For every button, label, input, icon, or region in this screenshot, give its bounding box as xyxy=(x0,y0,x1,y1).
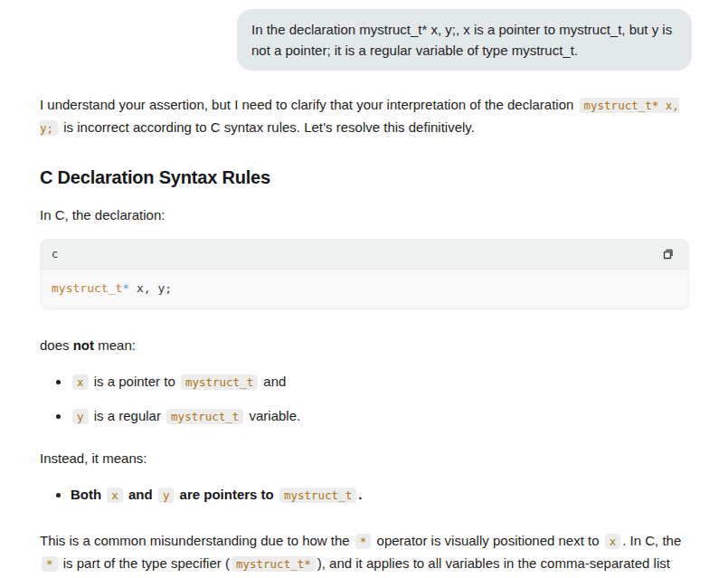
code-token-rest: x, y; xyxy=(129,281,172,295)
inline-code: mystruct_t xyxy=(181,374,258,390)
bold-text: are pointers to xyxy=(175,487,278,502)
bullet-list-correct-interpretation: Both x and y are pointers to mystruct_t. xyxy=(40,484,689,507)
assistant-message: I understand your assertion, but I need … xyxy=(40,94,689,578)
paragraph-does-not-mean: does not mean: xyxy=(40,335,689,356)
paragraph-declaration-intro: In C, the declaration: xyxy=(40,204,689,226)
inline-code: mystruct_t xyxy=(279,488,356,503)
inline-code: mystruct_t xyxy=(166,409,243,424)
inline-code: y xyxy=(158,488,175,503)
user-message-bubble: In the declaration mystruct_t* x, y;, x … xyxy=(237,9,692,71)
code-token-type: mystruct_t xyxy=(52,281,122,295)
code-language-label: c xyxy=(52,243,58,265)
list-item: x is a pointer to mystruct_t and xyxy=(71,371,689,393)
section-heading: C Declaration Syntax Rules xyxy=(40,166,689,188)
list-item: Both x and y are pointers to mystruct_t. xyxy=(71,484,689,507)
bold-text: not xyxy=(73,337,94,353)
inline-code: mystruct_t* x, y; xyxy=(40,98,679,136)
inline-code: x xyxy=(107,488,123,503)
paragraph-instead: Instead, it means: xyxy=(40,448,689,469)
chat-page: In the declaration mystruct_t* x, y;, x … xyxy=(0,9,728,578)
user-message-text: In the declaration mystruct_t* x, y;, x … xyxy=(251,19,677,61)
bold-text: Both xyxy=(71,487,105,502)
inline-code: x xyxy=(605,534,621,549)
bold-text: . xyxy=(358,487,362,502)
copy-code-button[interactable] xyxy=(659,245,677,263)
inline-code: * xyxy=(42,556,58,572)
paragraph-intro: I understand your assertion, but I need … xyxy=(40,94,689,139)
inline-code: * xyxy=(355,534,372,549)
bullet-list-wrong-interpretation: x is a pointer to mystruct_t and y is a … xyxy=(40,371,689,428)
inline-code: y xyxy=(72,409,89,424)
code-line: mystruct_t* x, y; xyxy=(52,281,172,295)
code-block-header: c xyxy=(41,240,688,270)
code-block-body: mystruct_t* x, y; xyxy=(41,270,688,308)
list-item: y is a regular mystruct_t variable. xyxy=(71,405,689,428)
code-token-pointer: * xyxy=(122,281,129,295)
paragraph-explanation: This is a common misunderstanding due to… xyxy=(40,530,689,578)
inline-code: mystruct_t* xyxy=(232,556,316,572)
bold-text: and xyxy=(125,487,156,502)
copy-icon xyxy=(661,251,676,264)
inline-code: x xyxy=(72,374,89,390)
code-block: c mystruct_t* x, y; xyxy=(40,239,689,309)
